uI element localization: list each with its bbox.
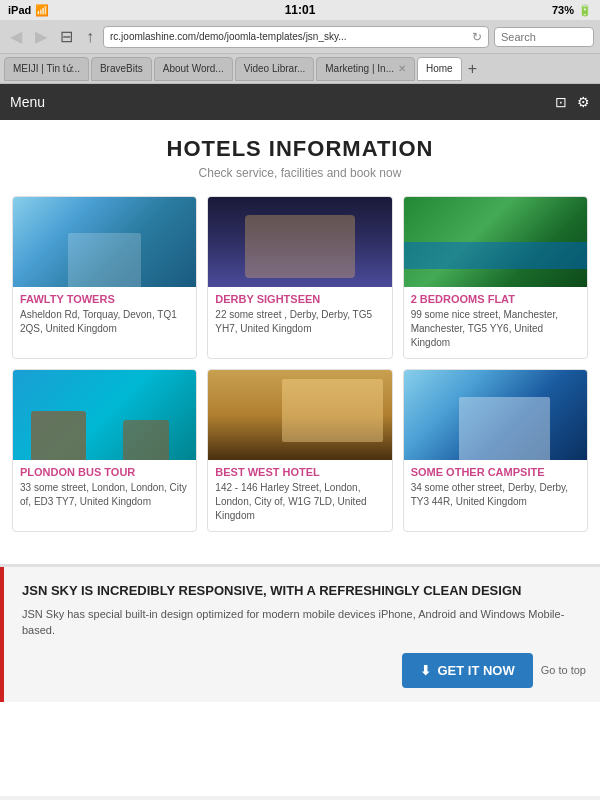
refresh-icon[interactable]: ↻ xyxy=(472,30,482,44)
hotel-address-plondon: 33 some street, London, London, City of,… xyxy=(20,481,189,509)
tab-home[interactable]: Home xyxy=(417,57,462,81)
hotels-subtitle: Check service, facilities and book now xyxy=(12,166,588,180)
address-bar[interactable]: rc.joomlashine.com/demo/joomla-templates… xyxy=(103,26,489,48)
tab-close-icon[interactable]: ✕ xyxy=(398,63,406,74)
main-content: HOTELS INFORMATION Check service, facili… xyxy=(0,120,600,796)
hotel-name-bestwest: BEST WEST HOTEL xyxy=(215,466,384,478)
hotel-info-plondon: PLONDON BUS TOUR 33 some street, London,… xyxy=(13,460,196,517)
menu-label[interactable]: Menu xyxy=(10,94,45,110)
hotel-card-bestwest[interactable]: BEST WEST HOTEL 142 - 146 Harley Street,… xyxy=(207,369,392,532)
share-button[interactable]: ↑ xyxy=(82,26,98,48)
hotels-section: HOTELS INFORMATION Check service, facili… xyxy=(0,120,600,564)
device-label: iPad xyxy=(8,4,31,16)
promo-bottom: ⬇ GET IT NOW Go to top xyxy=(14,653,586,688)
hotel-info-campsite: SOME OTHER CAMPSITE 34 some other street… xyxy=(404,460,587,517)
menu-icons: ⊡ ⚙ xyxy=(555,94,590,110)
menu-bar: Menu ⊡ ⚙ xyxy=(0,84,600,120)
tab-meiji[interactable]: MEIJI | Tin tứ... xyxy=(4,57,89,81)
status-right: 73% 🔋 xyxy=(552,4,592,17)
hotel-name-plondon: PLONDON BUS TOUR xyxy=(20,466,189,478)
add-tab-button[interactable]: + xyxy=(464,60,481,78)
download-icon: ⬇ xyxy=(420,663,431,678)
monitor-icon[interactable]: ⊡ xyxy=(555,94,567,110)
hotel-name-derby: DERBY SIGHTSEEN xyxy=(215,293,384,305)
hotel-card-plondon[interactable]: PLONDON BUS TOUR 33 some street, London,… xyxy=(12,369,197,532)
hotel-info-derby: DERBY SIGHTSEEN 22 some street , Derby, … xyxy=(208,287,391,344)
wifi-icon: 📶 xyxy=(35,4,49,17)
hotel-card-campsite[interactable]: SOME OTHER CAMPSITE 34 some other street… xyxy=(403,369,588,532)
hotel-address-derby: 22 some street , Derby, Derby, TG5 YH7, … xyxy=(215,308,384,336)
forward-button[interactable]: ▶ xyxy=(31,25,51,48)
hotel-address-campsite: 34 some other street, Derby, Derby, TY3 … xyxy=(411,481,580,509)
hotel-info-bestwest: BEST WEST HOTEL 142 - 146 Harley Street,… xyxy=(208,460,391,531)
hotel-name-bedrooms: 2 BEDROOMS FLAT xyxy=(411,293,580,305)
back-button[interactable]: ◀ xyxy=(6,25,26,48)
status-time: 11:01 xyxy=(285,3,316,17)
promo-text: JSN Sky has special built-in design opti… xyxy=(14,606,586,639)
hotel-info-fawlty: FAWLTY TOWERS Asheldon Rd, Torquay, Devo… xyxy=(13,287,196,344)
hotel-image-plondon xyxy=(13,370,196,460)
tab-about-word[interactable]: About Word... xyxy=(154,57,233,81)
hotel-card-bedrooms[interactable]: 2 BEDROOMS FLAT 99 some nice street, Man… xyxy=(403,196,588,359)
go-to-top-link[interactable]: Go to top xyxy=(541,664,586,676)
promo-title: JSN SKY IS INCREDIBLY RESPONSIVE, WITH A… xyxy=(14,583,586,600)
promo-section: JSN SKY IS INCREDIBLY RESPONSIVE, WITH A… xyxy=(0,564,600,702)
hotel-image-bedrooms xyxy=(404,197,587,287)
hotel-image-fawlty xyxy=(13,197,196,287)
hotel-image-bestwest xyxy=(208,370,391,460)
hotels-grid: FAWLTY TOWERS Asheldon Rd, Torquay, Devo… xyxy=(12,196,588,532)
red-accent xyxy=(0,567,4,702)
hotel-image-derby xyxy=(208,197,391,287)
get-it-now-button[interactable]: ⬇ GET IT NOW xyxy=(402,653,532,688)
hotel-card-derby[interactable]: DERBY SIGHTSEEN 22 some street , Derby, … xyxy=(207,196,392,359)
get-it-label: GET IT NOW xyxy=(437,663,514,678)
tab-video[interactable]: Video Librar... xyxy=(235,57,315,81)
hotel-info-bedrooms: 2 BEDROOMS FLAT 99 some nice street, Man… xyxy=(404,287,587,358)
bookmark-button[interactable]: ⊟ xyxy=(56,25,77,48)
battery-icon: 🔋 xyxy=(578,4,592,17)
battery-label: 73% xyxy=(552,4,574,16)
status-bar: iPad 📶 11:01 73% 🔋 xyxy=(0,0,600,20)
status-left: iPad 📶 xyxy=(8,4,49,17)
settings-icon[interactable]: ⚙ xyxy=(577,94,590,110)
hotel-address-bestwest: 142 - 146 Harley Street, London, London,… xyxy=(215,481,384,523)
search-input[interactable] xyxy=(494,27,594,47)
hotel-image-campsite xyxy=(404,370,587,460)
hotel-address-bedrooms: 99 some nice street, Manchester, Manches… xyxy=(411,308,580,350)
hotel-name-campsite: SOME OTHER CAMPSITE xyxy=(411,466,580,478)
tabs-bar: MEIJI | Tin tứ... BraveBits About Word..… xyxy=(0,54,600,84)
browser-toolbar: ◀ ▶ ⊟ ↑ rc.joomlashine.com/demo/joomla-t… xyxy=(0,20,600,54)
hotel-card-fawlty[interactable]: FAWLTY TOWERS Asheldon Rd, Torquay, Devo… xyxy=(12,196,197,359)
hotels-title: HOTELS INFORMATION xyxy=(12,136,588,162)
hotel-address-fawlty: Asheldon Rd, Torquay, Devon, TQ1 2QS, Un… xyxy=(20,308,189,336)
tab-bravebits[interactable]: BraveBits xyxy=(91,57,152,81)
hotel-name-fawlty: FAWLTY TOWERS xyxy=(20,293,189,305)
tab-marketing[interactable]: Marketing | In...✕ xyxy=(316,57,415,81)
address-text: rc.joomlashine.com/demo/joomla-templates… xyxy=(110,31,347,42)
